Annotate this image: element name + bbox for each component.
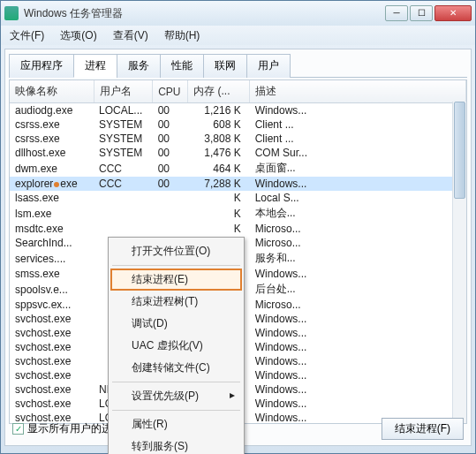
minimize-button[interactable]: ─ xyxy=(385,5,408,21)
cell-user xyxy=(94,191,153,205)
tabs: 应用程序 进程 服务 性能 联网 用户 xyxy=(9,53,467,78)
cell-desc: Windows... xyxy=(250,177,466,191)
cell-name: lsass.exe xyxy=(10,191,94,205)
table-row[interactable]: dwm.exeCCC00464 K桌面窗... xyxy=(10,160,466,177)
cell-name: csrss.exe xyxy=(10,117,94,132)
cell-desc: Microso... xyxy=(250,236,466,250)
ctx-priority[interactable]: 设置优先级(P)▸ xyxy=(110,385,242,407)
cell-user: LOCAL... xyxy=(94,103,153,118)
cell-user: CCC xyxy=(94,177,153,191)
scroll-thumb[interactable] xyxy=(454,102,465,199)
cell-user xyxy=(94,222,153,236)
context-menu: 打开文件位置(O) 结束进程(E) 结束进程树(T) 调试(D) UAC 虚拟化… xyxy=(108,237,245,454)
cell-cpu: 00 xyxy=(153,177,188,191)
table-row[interactable]: audiodg.exeLOCAL...001,216 KWindows... xyxy=(10,103,466,118)
cell-mem: 3,808 K xyxy=(188,132,250,146)
tab-processes[interactable]: 进程 xyxy=(73,54,117,78)
cell-name: spoolsv.e... xyxy=(10,281,94,298)
table-row[interactable]: csrss.exeSYSTEM003,808 KClient ... xyxy=(10,132,466,146)
close-button[interactable]: ✕ xyxy=(434,5,472,21)
ctx-goto-service[interactable]: 转到服务(S) xyxy=(110,435,242,454)
ctx-debug[interactable]: 调试(D) xyxy=(110,313,242,335)
window-title: Windows 任务管理器 xyxy=(24,6,383,21)
cell-name: dllhost.exe xyxy=(10,146,94,160)
cell-mem: 464 K xyxy=(188,160,250,177)
titlebar[interactable]: Windows 任务管理器 ─ ☐ ✕ xyxy=(1,1,475,26)
cell-desc: 桌面窗... xyxy=(250,160,466,177)
cell-user: SYSTEM xyxy=(94,132,153,146)
tab-users[interactable]: 用户 xyxy=(246,54,291,78)
cell-name: svchost.exe xyxy=(10,382,94,397)
cell-desc: Windows... xyxy=(250,340,466,354)
cell-desc: 本地会... xyxy=(250,205,466,222)
col-description[interactable]: 描述 xyxy=(250,80,466,103)
cell-user xyxy=(94,205,153,222)
scrollbar[interactable] xyxy=(452,102,466,423)
menu-help[interactable]: 帮助(H) xyxy=(161,26,204,45)
cell-desc: Client ... xyxy=(250,117,466,132)
separator xyxy=(112,382,240,382)
cell-mem: 608 K xyxy=(188,117,250,132)
table-row[interactable]: csrss.exeSYSTEM00608 KClient ... xyxy=(10,117,466,132)
maximize-button[interactable]: ☐ xyxy=(410,5,433,21)
col-memory[interactable]: 内存 (... xyxy=(188,80,250,103)
cell-name: smss.exe xyxy=(10,267,94,281)
highlight-dot-icon xyxy=(54,182,59,187)
menu-view[interactable]: 查看(V) xyxy=(110,26,152,45)
ctx-open-location[interactable]: 打开文件位置(O) xyxy=(110,240,242,262)
cell-desc: Windows... xyxy=(250,382,466,397)
cell-mem: 1,216 K xyxy=(188,103,250,118)
ctx-end-tree[interactable]: 结束进程树(T) xyxy=(110,291,242,313)
cell-mem: K xyxy=(188,205,250,222)
cell-user: CCC xyxy=(94,160,153,177)
cell-user: SYSTEM xyxy=(94,146,153,160)
ctx-properties[interactable]: 属性(R) xyxy=(110,413,242,435)
cell-desc: Client ... xyxy=(250,132,466,146)
cell-name: sppsvc.ex... xyxy=(10,298,94,312)
cell-desc: Local S... xyxy=(250,191,466,205)
cell-name: lsm.exe xyxy=(10,205,94,222)
cell-name: svchost.exe xyxy=(10,397,94,411)
separator xyxy=(112,410,240,411)
menubar: 文件(F) 选项(O) 查看(V) 帮助(H) xyxy=(1,26,475,45)
cell-cpu xyxy=(153,205,188,222)
table-row[interactable]: lsass.exeKLocal S... xyxy=(10,191,466,205)
ctx-end-process[interactable]: 结束进程(E) xyxy=(110,269,242,291)
cell-cpu: 00 xyxy=(153,117,188,132)
tab-networking[interactable]: 联网 xyxy=(203,54,247,78)
tab-applications[interactable]: 应用程序 xyxy=(9,54,74,78)
cell-cpu: 00 xyxy=(153,132,188,146)
menu-options[interactable]: 选项(O) xyxy=(57,26,100,45)
tab-services[interactable]: 服务 xyxy=(117,54,161,78)
cell-name: svchost.exe xyxy=(10,354,94,368)
cell-name: svchost.exe xyxy=(10,340,94,354)
col-image-name[interactable]: 映像名称 xyxy=(10,80,94,103)
ctx-dump[interactable]: 创建转储文件(C) xyxy=(110,357,242,379)
content-area: 应用程序 进程 服务 性能 联网 用户 映像名称 用户名 CPU 内存 (...… xyxy=(4,49,472,446)
cell-desc: Windows... xyxy=(250,354,466,368)
cell-cpu: 00 xyxy=(153,160,188,177)
cell-name: csrss.exe xyxy=(10,132,94,146)
col-cpu[interactable]: CPU xyxy=(153,80,188,103)
ctx-uac[interactable]: UAC 虚拟化(V) xyxy=(110,335,242,357)
cell-name: svchost.exe xyxy=(10,326,94,340)
table-row[interactable]: dllhost.exeSYSTEM001,476 KCOM Sur... xyxy=(10,146,466,160)
table-row[interactable]: explorerexeCCC007,288 KWindows... xyxy=(10,177,466,191)
end-process-button[interactable]: 结束进程(F) xyxy=(382,418,464,440)
cell-desc: Microso... xyxy=(250,298,466,312)
cell-cpu xyxy=(153,191,188,205)
cell-user: SYSTEM xyxy=(94,117,153,132)
cell-cpu: 00 xyxy=(153,103,188,118)
tab-performance[interactable]: 性能 xyxy=(160,54,204,78)
table-row[interactable]: msdtc.exeKMicroso... xyxy=(10,222,466,236)
col-user[interactable]: 用户名 xyxy=(94,80,153,103)
checkbox-icon: ✓ xyxy=(12,423,24,435)
separator xyxy=(112,265,240,266)
task-manager-window: Windows 任务管理器 ─ ☐ ✕ 文件(F) 选项(O) 查看(V) 帮助… xyxy=(0,0,476,454)
table-row[interactable]: lsm.exeK本地会... xyxy=(10,205,466,222)
cell-cpu: 00 xyxy=(153,146,188,160)
cell-desc: Windows... xyxy=(250,368,466,382)
cell-desc: Windows... xyxy=(250,267,466,281)
cell-name: SearchInd... xyxy=(10,236,94,250)
menu-file[interactable]: 文件(F) xyxy=(6,26,48,45)
